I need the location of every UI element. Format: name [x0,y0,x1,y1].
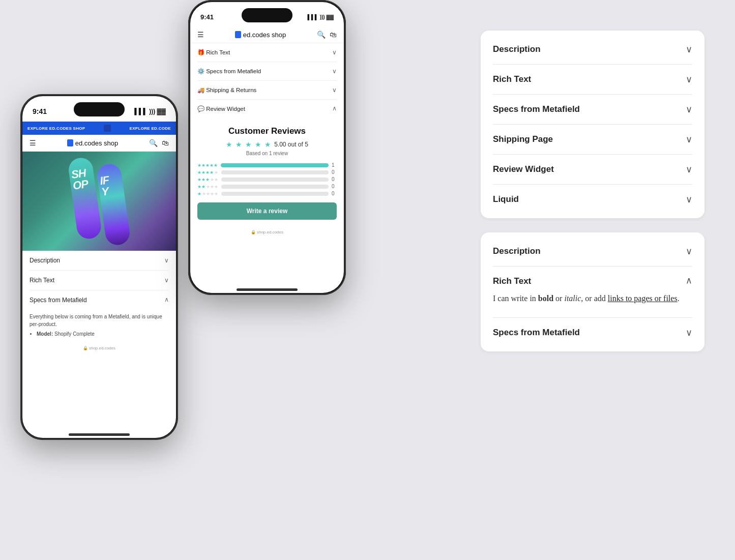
phone-logo: ed.codes shop [67,139,119,147]
chevron-specs: ∨ [164,297,169,304]
p2-chevron-richtext: ∨ [332,49,337,56]
accordion-body-specs: Everything below is coming from a Metafi… [30,310,169,344]
p2-accordion-shipping[interactable]: 🚚 Shipping & Returns ∨ [197,81,337,100]
accordion-item-description-1[interactable]: Description ∨ [493,35,692,65]
accordion-item-specs-1[interactable]: Specs from Metafield ∨ [493,95,692,125]
p2-chevron-shipping: ∨ [332,86,337,94]
phone-url-bar: 🔒 shop.ed.codes [83,346,115,350]
hamburger-icon-2[interactable]: ☰ [197,31,204,39]
accordion-label-specs: Specs from Metafield [30,297,87,304]
p2-label-review: 💬 Review Widget [197,105,245,112]
phone2-url-bar: 🔒 shop.ed.codes [251,230,283,234]
bar-stars-1: ★★★★★ [197,191,218,196]
cart-icon[interactable]: 🛍 [162,139,169,147]
bar-bg-3 [221,178,329,182]
bar-stars-2: ★★★★★ [197,184,218,189]
explore-bar-right: EXPLORE ED.CODE [130,126,171,131]
review-bar-2: ★★★★★ 0 [197,184,337,189]
accordion-card-1: Description ∨ Rich Text ∨ Specs from Met… [481,31,704,218]
richtext-body: I can write in bold or italic, or add li… [493,287,680,308]
accordion-item-specs[interactable]: Specs from Metafield ∨ [30,290,169,310]
phone-left: 9:41 ▌▌▌ ))) ▓▓ EXPLORE ED.CODES SHOP EX… [20,94,178,440]
chevron-review-1: ∨ [686,164,692,175]
accordion-item-specs-2[interactable]: Specs from Metafield ∨ [493,318,692,347]
specs-list-item: Model: Shopify Complete [37,330,169,338]
chevron-liquid-1: ∨ [686,194,692,205]
p2-accordion-specs[interactable]: ⚙️ Specs from Metafield ∨ [197,62,337,81]
phone2-logo: ed.codes shop [235,31,286,39]
status-time-center: 9:41 [200,13,214,21]
right-panel: Description ∨ Rich Text ∨ Specs from Met… [481,31,704,351]
chevron-description-2: ∨ [686,246,692,257]
search-icon[interactable]: 🔍 [149,139,158,147]
chevron-description: ∨ [164,257,169,264]
accordion-label-richtext: Rich Text [30,277,54,284]
logo-suffix: shop [102,139,118,147]
accordion-label-description: Description [30,257,60,264]
bar-stars-5: ★★★★★ [197,163,218,168]
search-icon-2[interactable]: 🔍 [317,31,326,39]
logo-main: ed.codes [75,139,102,147]
dynamic-island [74,102,125,116]
p2-chevron-specs: ∨ [332,68,337,75]
review-count: Based on 1 review [197,151,337,156]
cart-icon-2[interactable]: 🛍 [330,31,337,39]
accordion-card-2: Description ∨ Rich Text ∨ I can write in… [481,232,704,351]
bar-bg-5 [221,163,329,167]
p2-chevron-review: ∨ [332,105,337,112]
home-indicator-center [237,288,298,291]
bar-bg-2 [221,185,329,189]
phone-bottom-bar: 🔒 shop.ed.codes [22,344,176,357]
snowboard-shapes: SHOP IFY [67,152,131,250]
explore-bar-dot [104,125,111,132]
star-1: ★ [226,140,232,149]
nav-icons: 🔍 🛍 [149,139,169,147]
bar-count-5: 1 [332,162,337,168]
bar-count-4: 0 [332,169,337,175]
url-icon-2: 🔒 [251,230,256,234]
status-time: 9:41 [33,107,47,115]
chevron-richtext: ∨ [164,277,169,284]
phone-center: 9:41 ▌▌▌ ))) ▓▓ ☰ ed.codes shop 🔍 🛍 [188,0,346,295]
accordion-item-shipping-1[interactable]: Shipping Page ∨ [493,125,692,155]
p2-label-richtext: 🎁 Rich Text [197,49,230,56]
phone2-bottom-bar: 🔒 shop.ed.codes [190,228,344,241]
chevron-shipping-1: ∨ [686,134,692,145]
review-section: Customer Reviews ★ ★ ★ ★ ★ 5.00 out of 5… [190,118,344,228]
review-score: 5.00 out of 5 [274,141,308,148]
explore-bar: EXPLORE ED.CODES SHOP EXPLORE ED.CODE [22,122,176,135]
body-italic: italic [564,294,581,303]
p2-accordion-richtext[interactable]: 🎁 Rich Text ∨ [197,43,337,62]
accordion-item-liquid-1[interactable]: Liquid ∨ [493,185,692,214]
accordion-item-description[interactable]: Description ∨ [30,251,169,271]
logo-text: ed.codes shop [75,139,119,147]
accordion-item-review-1[interactable]: Review Widget ∨ [493,155,692,185]
body-mid: or [553,294,564,303]
accordion-item-richtext[interactable]: Rich Text ∨ [30,271,169,290]
label-specs-1: Specs from Metafield [493,104,580,114]
label-liquid-1: Liquid [493,194,519,204]
bar-bg-4 [221,170,329,174]
status-icons: ▌▌▌ ))) ▓▓ [134,108,166,115]
chevron-richtext-2: ∨ [686,276,692,287]
label-review-1: Review Widget [493,164,554,174]
accordion-item-description-2[interactable]: Description ∨ [493,237,692,267]
p2-accordion-review[interactable]: 💬 Review Widget ∨ [197,100,337,118]
url-icon: 🔒 [83,346,88,350]
accordion-item-richtext-1[interactable]: Rich Text ∨ [493,65,692,95]
body-end: , or add [581,294,607,303]
star-3: ★ [245,140,252,149]
label-shipping-1: Shipping Page [493,134,553,144]
accordion-item-richtext-2[interactable]: Rich Text ∨ I can write in bold or itali… [493,267,692,318]
status-icons-center: ▌▌▌ ))) ▓▓ [308,14,334,20]
logo-blue-rect [67,139,73,146]
bar-stars-3: ★★★★★ [197,177,218,182]
phone-nav: ☰ ed.codes shop 🔍 🛍 [22,135,176,152]
specs-body-text: Everything below is coming from a Metafi… [30,314,162,327]
review-bar-1: ★★★★★ 0 [197,191,337,196]
hamburger-icon[interactable]: ☰ [30,139,36,147]
chevron-specs-1: ∨ [686,104,692,115]
write-review-button[interactable]: Write a review [197,202,337,220]
body-link[interactable]: links to pages or files [608,294,678,303]
phone2-accordion: 🎁 Rich Text ∨ ⚙️ Specs from Metafield ∨ … [190,43,344,118]
